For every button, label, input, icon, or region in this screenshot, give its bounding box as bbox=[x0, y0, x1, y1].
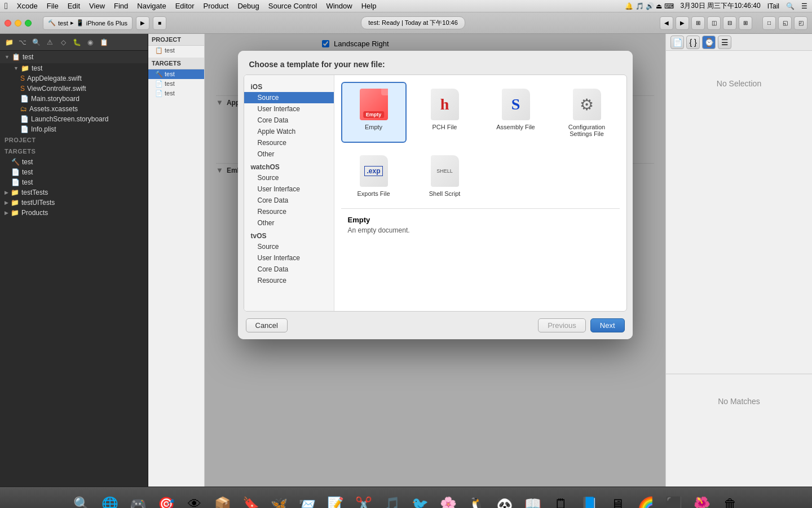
dialog-nav-watchos-source[interactable]: Source bbox=[244, 172, 334, 183]
sidebar-nav-warning[interactable]: ⚠ bbox=[44, 37, 55, 48]
dock-app13[interactable]: 🐦 bbox=[407, 491, 433, 509]
sidebar-item-test-folder[interactable]: ▼ 📁 test bbox=[0, 63, 148, 73]
sidebar-nav-report[interactable]: 📋 bbox=[98, 37, 109, 48]
menu-editor[interactable]: Editor bbox=[175, 2, 195, 10]
template-shell[interactable]: SHELL Shell Script bbox=[412, 148, 478, 203]
template-config[interactable]: ⚙ Configuration Settings File bbox=[554, 82, 620, 143]
search-icon[interactable]: 🔍 bbox=[786, 2, 795, 10]
sidebar-nav-test[interactable]: ◇ bbox=[58, 37, 69, 48]
layout-button-1[interactable]: ◫ bbox=[707, 16, 721, 30]
sidebar-item-testuitests[interactable]: ▶ 📁 testUITests bbox=[0, 198, 148, 208]
dock-app7[interactable]: 🔖 bbox=[238, 491, 264, 509]
forward-button[interactable]: ▶ bbox=[676, 16, 689, 30]
dialog-nav-ios-other[interactable]: Other bbox=[244, 148, 334, 160]
dialog-nav-ios-applewatch[interactable]: Apple Watch bbox=[244, 126, 334, 137]
sidebar-target-test2[interactable]: 📄 test bbox=[0, 167, 148, 177]
sidebar-item-products[interactable]: ▶ 📁 Products bbox=[0, 208, 148, 218]
menu-help[interactable]: Help bbox=[361, 2, 377, 10]
menu-edit[interactable]: Edit bbox=[68, 2, 80, 10]
menu-xcode[interactable]: Xcode bbox=[17, 2, 38, 10]
menu-product[interactable]: Product bbox=[204, 2, 229, 10]
dock-app5[interactable]: 👁 bbox=[182, 491, 208, 509]
sidebar-nav-source[interactable]: ⌥ bbox=[17, 37, 28, 48]
inspector-file-icon[interactable]: 📄 bbox=[670, 36, 684, 49]
dock-app14[interactable]: 🌸 bbox=[435, 491, 461, 509]
sidebar-item-appdelegate[interactable]: S AppDelegate.swift bbox=[0, 73, 148, 84]
dialog-nav-tvos-source[interactable]: Source bbox=[244, 241, 334, 252]
dock-app17[interactable]: 📖 bbox=[520, 491, 546, 509]
template-empty[interactable]: Empty Empty bbox=[341, 82, 407, 143]
dock-app6[interactable]: 📦 bbox=[210, 491, 236, 509]
inspector-localize-icon[interactable]: ☰ bbox=[718, 36, 731, 49]
sidebar-target-test1[interactable]: 🔨 test bbox=[0, 157, 148, 167]
dialog-nav-watchos-other[interactable]: Other bbox=[244, 217, 334, 229]
dialog-nav-watchos-ui[interactable]: User Interface bbox=[244, 183, 334, 195]
toggle-debug[interactable]: ◱ bbox=[778, 16, 792, 30]
minimize-button[interactable] bbox=[15, 20, 21, 27]
menu-navigate[interactable]: Navigate bbox=[137, 2, 166, 10]
run-button[interactable]: ▶ bbox=[136, 16, 149, 30]
dialog-nav-tvos-resource[interactable]: Resource bbox=[244, 275, 334, 286]
dock-terminal[interactable]: ⬛ bbox=[661, 491, 687, 509]
breakpoint-button[interactable]: ⊞ bbox=[691, 16, 705, 30]
menu-extra-icon[interactable]: ☰ bbox=[801, 2, 807, 10]
dialog-nav-tvos-coredata[interactable]: Core Data bbox=[244, 264, 334, 275]
back-button[interactable]: ◀ bbox=[660, 16, 673, 30]
dock-app12[interactable]: 🎵 bbox=[379, 491, 405, 509]
nav-project-test[interactable]: 📋 test bbox=[148, 46, 204, 55]
nav-target-1[interactable]: 🔨 test bbox=[148, 69, 204, 79]
toggle-inspector[interactable]: ◰ bbox=[794, 16, 807, 30]
sidebar-item-viewcontroller[interactable]: S ViewController.swift bbox=[0, 84, 148, 94]
dock-chrome[interactable]: 🌐 bbox=[97, 491, 123, 509]
menu-file[interactable]: File bbox=[47, 2, 59, 10]
dock-app10[interactable]: 📝 bbox=[323, 491, 348, 509]
previous-button[interactable]: Previous bbox=[538, 318, 586, 332]
project-root[interactable]: ▼ 📋 test bbox=[0, 51, 148, 63]
dock-app23[interactable]: 🌺 bbox=[689, 491, 715, 509]
toggle-navigator[interactable]: □ bbox=[762, 16, 776, 30]
dialog-nav-watchos-coredata[interactable]: Core Data bbox=[244, 195, 334, 206]
stop-button[interactable]: ■ bbox=[153, 16, 166, 30]
menu-debug[interactable]: Debug bbox=[237, 2, 259, 10]
sidebar-nav-folder[interactable]: 📁 bbox=[3, 37, 15, 48]
dialog-nav-ios-coredata[interactable]: Core Data bbox=[244, 115, 334, 126]
layout-button-3[interactable]: ⊞ bbox=[739, 16, 752, 30]
dock-app4[interactable]: 🎯 bbox=[153, 491, 179, 509]
sidebar-nav-breakpoint[interactable]: ◉ bbox=[85, 37, 96, 48]
sidebar-item-testtests[interactable]: ▶ 📁 testTests bbox=[0, 187, 148, 198]
scheme-selector[interactable]: 🔨 test ▸ 📱 iPhone 6s Plus bbox=[43, 16, 133, 30]
dialog-nav-ios-resource[interactable]: Resource bbox=[244, 137, 334, 148]
dock-unity[interactable]: 🎮 bbox=[125, 491, 151, 509]
dock-app11[interactable]: ✂️ bbox=[351, 491, 377, 509]
dock-trash[interactable]: 🗑 bbox=[717, 491, 743, 509]
dock-word[interactable]: 📘 bbox=[576, 491, 602, 509]
inspector-quick-icon[interactable]: { } bbox=[686, 36, 700, 49]
apple-menu[interactable]:  bbox=[5, 1, 8, 11]
template-exports[interactable]: .exp Exports File bbox=[341, 148, 407, 203]
nav-target-3[interactable]: 📄 test bbox=[148, 89, 204, 98]
dock-app18[interactable]: 🗒 bbox=[548, 491, 574, 509]
sidebar-nav-debug[interactable]: 🐛 bbox=[71, 37, 82, 48]
cancel-button[interactable]: Cancel bbox=[246, 318, 288, 332]
sidebar-target-test3[interactable]: 📄 test bbox=[0, 177, 148, 187]
menu-view[interactable]: View bbox=[89, 2, 105, 10]
dock-finder[interactable]: 🔍 bbox=[69, 491, 95, 509]
template-assembly[interactable]: S Assembly File bbox=[483, 82, 549, 143]
dock-app9[interactable]: 📨 bbox=[294, 491, 320, 509]
menu-source-control[interactable]: Source Control bbox=[268, 2, 317, 10]
maximize-button[interactable] bbox=[25, 20, 32, 27]
itail[interactable]: ITail bbox=[767, 2, 779, 10]
dialog-nav-watchos-resource[interactable]: Resource bbox=[244, 206, 334, 217]
close-button[interactable] bbox=[5, 20, 11, 27]
dock-app20[interactable]: 🖥 bbox=[604, 491, 630, 509]
dock-app21[interactable]: 🌈 bbox=[633, 491, 659, 509]
sidebar-item-main-storyboard[interactable]: 📄 Main.storyboard bbox=[0, 94, 148, 104]
next-button[interactable]: Next bbox=[590, 318, 625, 332]
dock-app15[interactable]: 🐧 bbox=[464, 491, 489, 509]
sidebar-nav-search[interactable]: 🔍 bbox=[30, 37, 42, 48]
layout-button-2[interactable]: ⊟ bbox=[723, 16, 736, 30]
sidebar-item-infoplist[interactable]: 📄 Info.plist bbox=[0, 124, 148, 134]
template-pch[interactable]: h PCH File bbox=[412, 82, 478, 143]
dialog-nav-tvos-ui[interactable]: User Interface bbox=[244, 252, 334, 264]
dialog-nav-ios-ui[interactable]: User Interface bbox=[244, 103, 334, 115]
